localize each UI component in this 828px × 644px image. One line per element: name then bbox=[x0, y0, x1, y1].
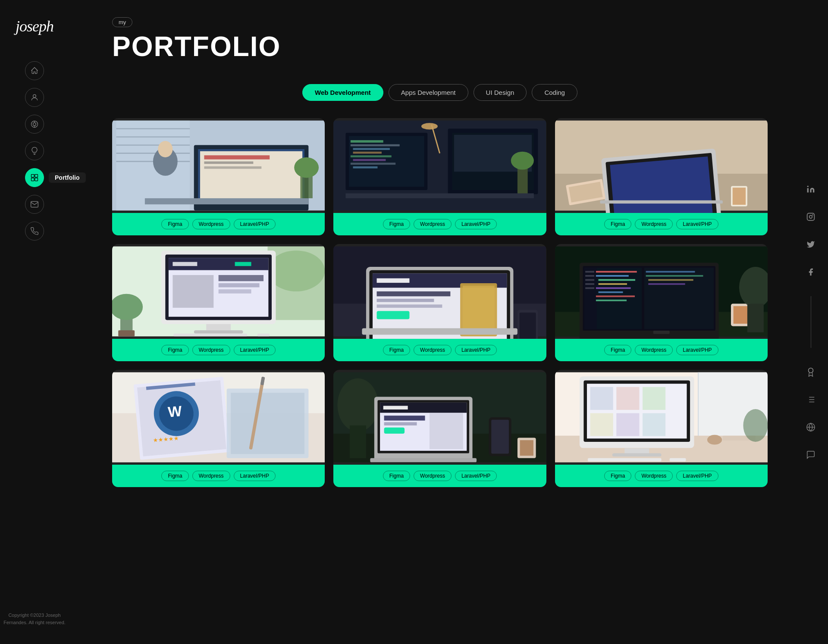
tag-wordpress-7: Wordpress bbox=[192, 471, 230, 481]
linkedin-link[interactable] bbox=[803, 181, 819, 197]
portfolio-icon bbox=[30, 173, 39, 182]
my-tag: my bbox=[112, 17, 132, 27]
right-divider bbox=[811, 296, 811, 348]
portfolio-card-2[interactable]: Figma Wordpress Laravel/PHP bbox=[333, 118, 546, 235]
card-4-tags: Figma Wordpress Laravel/PHP bbox=[112, 339, 325, 361]
card-6-tags: Figma Wordpress Laravel/PHP bbox=[555, 339, 768, 361]
svg-rect-35 bbox=[204, 155, 270, 159]
list-icon bbox=[806, 395, 815, 404]
globe-icon-btn[interactable] bbox=[803, 419, 819, 435]
portfolio-card-9[interactable]: Figma Wordpress Laravel/PHP bbox=[555, 370, 768, 487]
card-image-7: W ★★★★★ bbox=[112, 370, 325, 465]
svg-point-153 bbox=[338, 378, 379, 431]
svg-rect-178 bbox=[643, 387, 665, 410]
portfolio-card-4[interactable]: Figma Wordpress Laravel/PHP bbox=[112, 244, 325, 361]
svg-rect-49 bbox=[353, 152, 382, 154]
tag-figma-5: Figma bbox=[383, 345, 410, 355]
list-icon-btn[interactable] bbox=[803, 392, 819, 407]
portfolio-card-1[interactable]: Figma Wordpress Laravel/PHP bbox=[112, 118, 325, 235]
card-9-tags: Figma Wordpress Laravel/PHP bbox=[555, 465, 768, 487]
card-svg-img-1 bbox=[112, 118, 325, 213]
sidebar-item-phone[interactable] bbox=[25, 222, 44, 241]
svg-rect-9 bbox=[31, 178, 34, 181]
sidebar-item-portfolio[interactable]: Portfolio bbox=[25, 168, 44, 187]
portfolio-card-6[interactable]: Figma Wordpress Laravel/PHP bbox=[555, 244, 768, 361]
svg-rect-125 bbox=[598, 291, 623, 293]
sidebar-item-home[interactable] bbox=[25, 61, 44, 80]
card-svg-img-5 bbox=[333, 244, 546, 339]
tag-laravel-4: Laravel/PHP bbox=[234, 345, 276, 355]
svg-rect-87 bbox=[194, 330, 243, 334]
svg-rect-7 bbox=[31, 175, 34, 178]
globe-icon bbox=[806, 422, 815, 432]
tag-figma-3: Figma bbox=[604, 219, 631, 229]
card-svg-img-2 bbox=[333, 118, 546, 213]
svg-rect-185 bbox=[669, 458, 686, 462]
tag-laravel-2: Laravel/PHP bbox=[455, 219, 497, 229]
tag-laravel-7: Laravel/PHP bbox=[234, 471, 276, 481]
portfolio-card-7[interactable]: W ★★★★★ Figma Wordpress Laravel/PHP bbox=[112, 370, 325, 487]
portfolio-card-3[interactable]: Figma Wordpress Laravel/PHP bbox=[555, 118, 768, 235]
left-sidebar: joseph bbox=[0, 0, 69, 644]
svg-rect-154 bbox=[350, 425, 366, 458]
sidebar-item-skills[interactable] bbox=[25, 141, 44, 160]
card-image-2 bbox=[333, 118, 546, 213]
facebook-link[interactable] bbox=[803, 264, 819, 280]
instagram-link[interactable] bbox=[803, 209, 819, 225]
svg-point-1 bbox=[33, 123, 36, 126]
tab-web-development[interactable]: Web Development bbox=[302, 84, 383, 101]
svg-rect-10 bbox=[35, 178, 38, 181]
tag-wordpress-6: Wordpress bbox=[635, 345, 673, 355]
portfolio-card-8[interactable]: Figma Wordpress Laravel/PHP bbox=[333, 370, 546, 487]
svg-point-42 bbox=[294, 157, 319, 178]
portfolio-card-5[interactable]: Figma Wordpress Laravel/PHP bbox=[333, 244, 546, 361]
sidebar-item-projects[interactable] bbox=[25, 115, 44, 134]
card-image-4 bbox=[112, 244, 325, 339]
svg-point-59 bbox=[421, 123, 438, 129]
svg-rect-62 bbox=[346, 194, 534, 198]
card-2-tags: Figma Wordpress Laravel/PHP bbox=[333, 213, 546, 235]
svg-rect-92 bbox=[118, 330, 135, 336]
tab-coding[interactable]: Coding bbox=[532, 84, 577, 101]
svg-rect-159 bbox=[383, 406, 408, 410]
award-icon-btn[interactable] bbox=[803, 364, 819, 380]
svg-rect-50 bbox=[351, 155, 392, 157]
sidebar-item-contact[interactable] bbox=[25, 195, 44, 214]
chat-icon-btn[interactable] bbox=[803, 447, 819, 463]
twitter-link[interactable] bbox=[803, 237, 819, 252]
svg-point-13 bbox=[809, 216, 812, 219]
svg-rect-68 bbox=[600, 200, 723, 204]
svg-point-61 bbox=[511, 152, 534, 170]
filter-tabs: Web Development Apps Development UI Desi… bbox=[112, 84, 768, 101]
tag-laravel-1: Laravel/PHP bbox=[234, 219, 276, 229]
svg-rect-136 bbox=[747, 303, 764, 332]
twitter-icon bbox=[806, 240, 815, 249]
linkedin-icon bbox=[806, 185, 815, 194]
card-svg-img-7: W ★★★★★ bbox=[112, 370, 325, 465]
svg-rect-122 bbox=[598, 279, 635, 281]
svg-rect-8 bbox=[35, 175, 38, 178]
tab-apps-development[interactable]: Apps Development bbox=[389, 84, 468, 101]
svg-rect-89 bbox=[257, 334, 270, 337]
page-title: PORTFOLIO bbox=[112, 31, 768, 63]
tab-ui-design[interactable]: UI Design bbox=[474, 84, 527, 101]
svg-rect-127 bbox=[596, 300, 627, 301]
svg-rect-162 bbox=[384, 428, 405, 434]
svg-rect-46 bbox=[351, 140, 383, 143]
tag-laravel-8: Laravel/PHP bbox=[455, 471, 497, 481]
svg-rect-114 bbox=[584, 268, 596, 329]
tag-laravel-3: Laravel/PHP bbox=[676, 219, 718, 229]
nav-icons: Portfolio bbox=[25, 61, 44, 612]
card-image-3 bbox=[555, 118, 768, 213]
svg-rect-99 bbox=[377, 278, 410, 283]
page-header: my PORTFOLIO bbox=[112, 17, 768, 63]
phone-icon bbox=[30, 227, 39, 235]
svg-rect-26 bbox=[116, 121, 190, 211]
sidebar-item-profile[interactable] bbox=[25, 88, 44, 107]
svg-rect-52 bbox=[351, 163, 395, 165]
card-5-tags: Figma Wordpress Laravel/PHP bbox=[333, 339, 546, 361]
tag-figma-6: Figma bbox=[604, 345, 631, 355]
tag-wordpress-2: Wordpress bbox=[414, 219, 452, 229]
tag-wordpress-4: Wordpress bbox=[192, 345, 230, 355]
svg-point-14 bbox=[812, 214, 813, 216]
